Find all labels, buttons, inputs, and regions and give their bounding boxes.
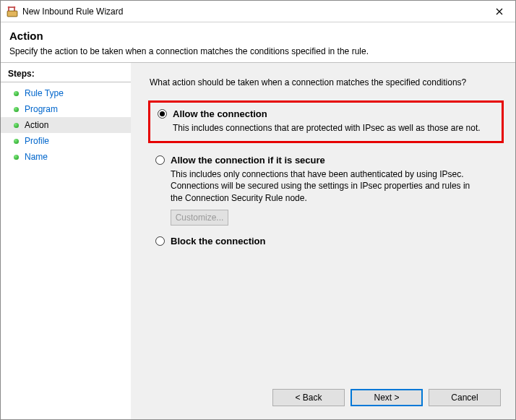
body: Steps: Rule Type Program Action Profile … (1, 63, 515, 419)
step-link[interactable]: Profile (25, 136, 49, 146)
step-action[interactable]: Action (1, 117, 131, 133)
main-panel: What action should be taken when a conne… (131, 63, 515, 419)
radio-icon[interactable] (155, 236, 165, 246)
customize-button: Customize... (171, 210, 228, 226)
action-radio-group: Allow the connection This includes conne… (148, 100, 504, 252)
bullet-icon (14, 107, 19, 112)
step-rule-type[interactable]: Rule Type (1, 85, 131, 101)
bullet-icon (14, 91, 19, 96)
footer-buttons: < Back Next > Cancel (142, 382, 504, 412)
bullet-icon (14, 123, 19, 128)
svg-rect-1 (8, 12, 17, 16)
bullet-icon (14, 139, 19, 144)
radio-icon[interactable] (155, 155, 165, 165)
back-button[interactable]: < Back (272, 389, 345, 406)
svg-point-2 (8, 6, 10, 8)
titlebar: New Inbound Rule Wizard (1, 1, 515, 22)
app-icon (7, 6, 18, 17)
page-title: Action (9, 30, 507, 42)
step-program[interactable]: Program (1, 101, 131, 117)
option-label: Allow the connection (173, 108, 267, 119)
close-button[interactable] (483, 1, 515, 22)
option-allow-secure[interactable]: Allow the connection if it is secure Thi… (148, 150, 504, 231)
step-name[interactable]: Name (1, 149, 131, 165)
step-link[interactable]: Name (25, 152, 48, 162)
option-label: Allow the connection if it is secure (171, 155, 325, 166)
steps-label: Steps: (1, 69, 131, 82)
step-link[interactable]: Program (25, 104, 58, 114)
radio-icon[interactable] (158, 109, 167, 119)
bullet-icon (14, 155, 19, 160)
option-label: Block the connection (171, 236, 265, 247)
question-text: What action should be taken when a conne… (142, 77, 504, 100)
step-label: Action (25, 120, 48, 130)
cancel-button[interactable]: Cancel (429, 389, 501, 406)
close-icon (496, 8, 503, 15)
option-desc: This includes only connections that have… (171, 168, 481, 204)
wizard-window: New Inbound Rule Wizard Action Specify t… (0, 0, 516, 420)
option-desc: This includes connections that are prote… (173, 122, 483, 134)
svg-point-3 (14, 6, 16, 8)
window-title: New Inbound Rule Wizard (22, 7, 483, 17)
header: Action Specify the action to be taken wh… (1, 22, 515, 62)
next-button[interactable]: Next > (351, 389, 423, 406)
highlighted-option: Allow the connection This includes conne… (148, 100, 504, 143)
option-block[interactable]: Block the connection (148, 231, 504, 252)
step-profile[interactable]: Profile (1, 133, 131, 149)
option-allow[interactable]: Allow the connection (158, 108, 494, 119)
page-subtitle: Specify the action to be taken when a co… (9, 46, 507, 56)
step-link[interactable]: Rule Type (25, 88, 64, 98)
steps-sidebar: Steps: Rule Type Program Action Profile … (1, 63, 131, 419)
